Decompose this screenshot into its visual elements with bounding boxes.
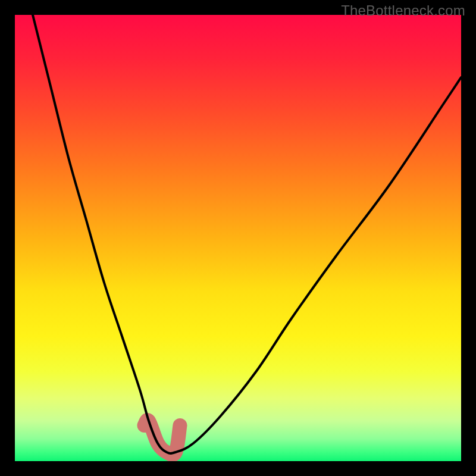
watermark-text: TheBottleneck.com xyxy=(341,2,465,19)
bottleneck-chart xyxy=(0,0,476,476)
chart-stage: TheBottleneck.com xyxy=(0,0,476,476)
